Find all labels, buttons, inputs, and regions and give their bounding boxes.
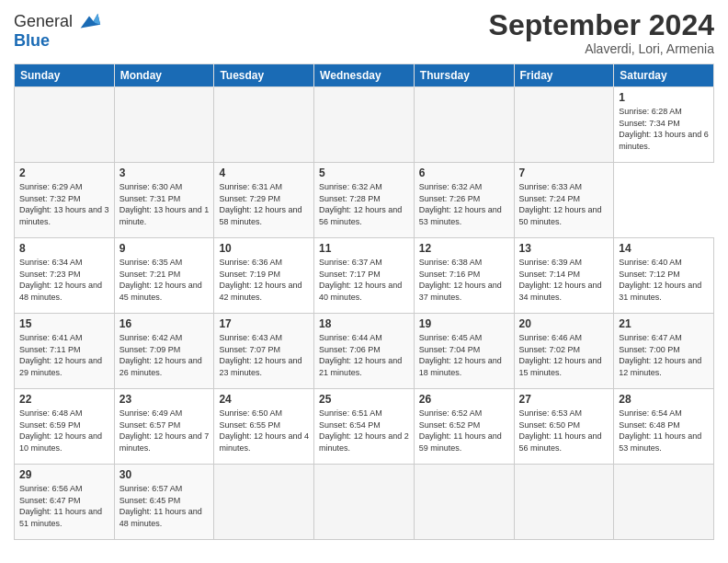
calendar-cell bbox=[314, 465, 415, 540]
calendar-cell: 29 Sunrise: 6:56 AM Sunset: 6:47 PM Dayl… bbox=[15, 465, 115, 540]
day-number: 20 bbox=[519, 317, 609, 330]
day-info: Sunrise: 6:57 AM Sunset: 6:45 PM Dayligh… bbox=[119, 483, 210, 529]
calendar-cell: 17 Sunrise: 6:43 AM Sunset: 7:07 PM Dayl… bbox=[214, 314, 314, 389]
day-info: Sunrise: 6:42 AM Sunset: 7:09 PM Dayligh… bbox=[119, 332, 210, 378]
header: General Blue September 2024 Alaverdi, Lo… bbox=[14, 9, 714, 56]
calendar-cell: 28 Sunrise: 6:54 AM Sunset: 6:48 PM Dayl… bbox=[614, 389, 714, 465]
calendar-cell: 7 Sunrise: 6:33 AM Sunset: 7:24 PM Dayli… bbox=[514, 163, 614, 238]
calendar-cell: 2 Sunrise: 6:29 AM Sunset: 7:32 PM Dayli… bbox=[15, 163, 115, 238]
day-number: 26 bbox=[419, 393, 509, 406]
calendar-day-header: Friday bbox=[514, 64, 614, 87]
day-number: 29 bbox=[19, 468, 109, 481]
day-number: 5 bbox=[319, 167, 409, 179]
day-number: 1 bbox=[619, 91, 709, 104]
calendar-cell: 4 Sunrise: 6:31 AM Sunset: 7:29 PM Dayli… bbox=[214, 163, 314, 238]
title-section: September 2024 Alaverdi, Lori, Armenia bbox=[489, 9, 714, 56]
calendar-cell: 11 Sunrise: 6:37 AM Sunset: 7:17 PM Dayl… bbox=[314, 238, 415, 314]
day-info: Sunrise: 6:56 AM Sunset: 6:47 PM Dayligh… bbox=[19, 483, 109, 529]
calendar-cell: 18 Sunrise: 6:44 AM Sunset: 7:06 PM Dayl… bbox=[314, 314, 415, 389]
day-info: Sunrise: 6:32 AM Sunset: 7:26 PM Dayligh… bbox=[419, 181, 509, 227]
day-info: Sunrise: 6:37 AM Sunset: 7:17 PM Dayligh… bbox=[319, 257, 409, 303]
calendar-cell: 25 Sunrise: 6:51 AM Sunset: 6:54 PM Dayl… bbox=[314, 389, 415, 465]
calendar-cell bbox=[614, 465, 714, 540]
day-info: Sunrise: 6:32 AM Sunset: 7:28 PM Dayligh… bbox=[319, 181, 409, 227]
day-info: Sunrise: 6:43 AM Sunset: 7:07 PM Dayligh… bbox=[219, 332, 309, 378]
day-info: Sunrise: 6:41 AM Sunset: 7:11 PM Dayligh… bbox=[19, 332, 109, 378]
day-info: Sunrise: 6:31 AM Sunset: 7:29 PM Dayligh… bbox=[219, 181, 309, 227]
day-number: 14 bbox=[619, 242, 709, 255]
day-info: Sunrise: 6:40 AM Sunset: 7:12 PM Dayligh… bbox=[619, 257, 709, 303]
calendar-cell: 1 Sunrise: 6:28 AM Sunset: 7:34 PM Dayli… bbox=[614, 87, 714, 163]
logo: General Blue bbox=[14, 9, 102, 52]
calendar-week-row: 8 Sunrise: 6:34 AM Sunset: 7:23 PM Dayli… bbox=[15, 238, 714, 314]
day-info: Sunrise: 6:44 AM Sunset: 7:06 PM Dayligh… bbox=[319, 332, 409, 378]
calendar-cell bbox=[214, 465, 314, 540]
calendar-table: SundayMondayTuesdayWednesdayThursdayFrid… bbox=[14, 63, 714, 540]
calendar-cell: 30 Sunrise: 6:57 AM Sunset: 6:45 PM Dayl… bbox=[114, 465, 214, 540]
calendar-week-row: 2 Sunrise: 6:29 AM Sunset: 7:32 PM Dayli… bbox=[15, 163, 714, 238]
day-info: Sunrise: 6:47 AM Sunset: 7:00 PM Dayligh… bbox=[619, 332, 709, 378]
calendar-cell: 23 Sunrise: 6:49 AM Sunset: 6:57 PM Dayl… bbox=[114, 389, 214, 465]
calendar-cell: 27 Sunrise: 6:53 AM Sunset: 6:50 PM Dayl… bbox=[514, 389, 614, 465]
calendar-day-header: Wednesday bbox=[314, 64, 415, 87]
day-number: 11 bbox=[319, 242, 409, 255]
day-number: 17 bbox=[219, 317, 309, 330]
calendar-cell bbox=[214, 87, 314, 163]
calendar-cell bbox=[414, 465, 514, 540]
day-info: Sunrise: 6:33 AM Sunset: 7:24 PM Dayligh… bbox=[519, 181, 609, 227]
day-number: 23 bbox=[119, 393, 210, 406]
calendar-cell: 14 Sunrise: 6:40 AM Sunset: 7:12 PM Dayl… bbox=[614, 238, 714, 314]
day-number: 10 bbox=[219, 242, 309, 255]
calendar-day-header: Thursday bbox=[414, 64, 514, 87]
calendar-cell: 19 Sunrise: 6:45 AM Sunset: 7:04 PM Dayl… bbox=[414, 314, 514, 389]
calendar-cell: 16 Sunrise: 6:42 AM Sunset: 7:09 PM Dayl… bbox=[114, 314, 214, 389]
day-info: Sunrise: 6:46 AM Sunset: 7:02 PM Dayligh… bbox=[519, 332, 609, 378]
calendar-day-header: Monday bbox=[114, 64, 214, 87]
day-info: Sunrise: 6:45 AM Sunset: 7:04 PM Dayligh… bbox=[419, 332, 509, 378]
day-number: 4 bbox=[219, 167, 309, 179]
day-info: Sunrise: 6:36 AM Sunset: 7:19 PM Dayligh… bbox=[219, 257, 309, 303]
day-number: 30 bbox=[119, 468, 210, 481]
day-info: Sunrise: 6:35 AM Sunset: 7:21 PM Dayligh… bbox=[119, 257, 210, 303]
day-number: 28 bbox=[619, 393, 709, 406]
day-info: Sunrise: 6:51 AM Sunset: 6:54 PM Dayligh… bbox=[319, 408, 409, 454]
day-info: Sunrise: 6:52 AM Sunset: 6:52 PM Dayligh… bbox=[419, 408, 509, 454]
month-title: September 2024 bbox=[489, 9, 714, 41]
day-info: Sunrise: 6:50 AM Sunset: 6:55 PM Dayligh… bbox=[219, 408, 309, 454]
calendar-cell: 9 Sunrise: 6:35 AM Sunset: 7:21 PM Dayli… bbox=[114, 238, 214, 314]
day-number: 3 bbox=[119, 167, 210, 179]
calendar-cell: 20 Sunrise: 6:46 AM Sunset: 7:02 PM Dayl… bbox=[514, 314, 614, 389]
day-info: Sunrise: 6:48 AM Sunset: 6:59 PM Dayligh… bbox=[19, 408, 109, 454]
calendar-day-header: Saturday bbox=[614, 64, 714, 87]
day-number: 7 bbox=[519, 167, 609, 179]
day-info: Sunrise: 6:39 AM Sunset: 7:14 PM Dayligh… bbox=[519, 257, 609, 303]
logo-blue-text: Blue bbox=[14, 31, 50, 52]
calendar-cell: 3 Sunrise: 6:30 AM Sunset: 7:31 PM Dayli… bbox=[114, 163, 214, 238]
day-number: 16 bbox=[119, 317, 210, 330]
day-number: 6 bbox=[419, 167, 509, 179]
day-number: 12 bbox=[419, 242, 509, 255]
day-number: 2 bbox=[19, 167, 109, 179]
calendar-cell: 24 Sunrise: 6:50 AM Sunset: 6:55 PM Dayl… bbox=[214, 389, 314, 465]
day-number: 13 bbox=[519, 242, 609, 255]
calendar-cell: 22 Sunrise: 6:48 AM Sunset: 6:59 PM Dayl… bbox=[15, 389, 115, 465]
day-number: 25 bbox=[319, 393, 409, 406]
day-info: Sunrise: 6:29 AM Sunset: 7:32 PM Dayligh… bbox=[19, 181, 109, 227]
calendar-cell: 10 Sunrise: 6:36 AM Sunset: 7:19 PM Dayl… bbox=[214, 238, 314, 314]
day-number: 8 bbox=[19, 242, 109, 255]
day-info: Sunrise: 6:30 AM Sunset: 7:31 PM Dayligh… bbox=[119, 181, 210, 227]
day-number: 27 bbox=[519, 393, 609, 406]
calendar-cell: 8 Sunrise: 6:34 AM Sunset: 7:23 PM Dayli… bbox=[15, 238, 115, 314]
calendar-cell: 5 Sunrise: 6:32 AM Sunset: 7:28 PM Dayli… bbox=[314, 163, 415, 238]
calendar-cell bbox=[114, 87, 214, 163]
calendar-day-header: Sunday bbox=[15, 64, 115, 87]
calendar-header-row: SundayMondayTuesdayWednesdayThursdayFrid… bbox=[15, 64, 714, 87]
day-info: Sunrise: 6:34 AM Sunset: 7:23 PM Dayligh… bbox=[19, 257, 109, 303]
day-number: 9 bbox=[119, 242, 210, 255]
location-subtitle: Alaverdi, Lori, Armenia bbox=[489, 41, 714, 56]
calendar-cell bbox=[414, 87, 514, 163]
calendar-cell bbox=[514, 87, 614, 163]
logo-general-text: General bbox=[14, 12, 73, 32]
calendar-cell: 15 Sunrise: 6:41 AM Sunset: 7:11 PM Dayl… bbox=[15, 314, 115, 389]
calendar-cell bbox=[314, 87, 415, 163]
